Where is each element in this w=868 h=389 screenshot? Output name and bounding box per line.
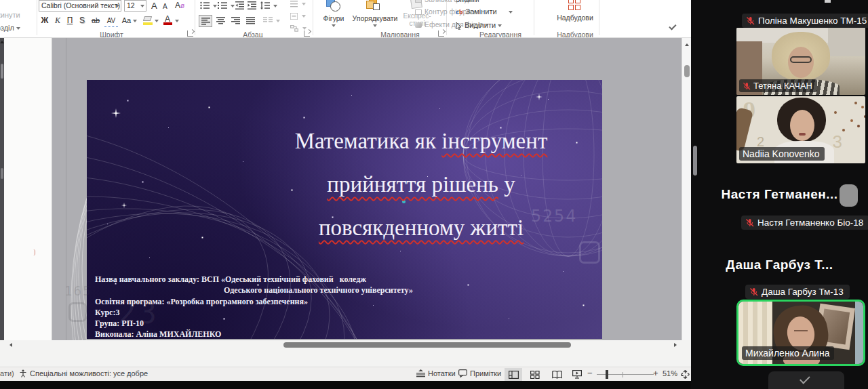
chevron-down-icon <box>140 5 144 7</box>
scrollbar-thumb[interactable] <box>684 65 690 77</box>
font-name-combo[interactable]: Calibri (Основний текст) <box>39 0 121 12</box>
zoom-level[interactable]: 51% <box>663 369 677 377</box>
chevron-down-icon <box>302 3 306 5</box>
decrease-indent-button[interactable] <box>235 1 244 9</box>
align-text-button[interactable] <box>290 13 298 20</box>
sidebar-scrollbar-thumb[interactable] <box>840 184 858 207</box>
group-separator <box>599 0 599 35</box>
clear-formatting-button[interactable]: Aø <box>175 1 184 10</box>
paragraph-dialog-launcher[interactable] <box>304 30 310 37</box>
font-dialog-launcher[interactable] <box>187 30 193 37</box>
misspelled-word: повсякденному житті <box>319 216 524 240</box>
chevron-down-icon <box>373 24 377 27</box>
participant-name-badge: Nadiia Konovenko <box>739 147 825 161</box>
zoom-slider-tick <box>623 372 623 377</box>
columns-button[interactable] <box>263 17 273 24</box>
active-speaker-tile[interactable]: Михайленко Алина <box>736 300 865 366</box>
chevron-down-icon <box>498 24 502 27</box>
text-direction-button[interactable] <box>290 1 298 7</box>
font-group-label: Шрифт <box>39 30 184 38</box>
highlight-color-button[interactable] <box>142 14 159 27</box>
scrollbar-thumb[interactable] <box>283 342 571 348</box>
numbering-button[interactable] <box>218 1 227 9</box>
underline-button[interactable]: П <box>65 14 75 27</box>
reset-slide-button[interactable]: Скинути <box>0 11 20 19</box>
align-left-button[interactable] <box>199 15 212 27</box>
notes-button[interactable]: Нотатки <box>416 369 456 377</box>
zoom-out-button[interactable]: − <box>587 368 593 378</box>
sparkle-decoration <box>121 203 127 208</box>
scroll-right-arrow[interactable] <box>674 343 677 347</box>
change-case-button[interactable]: Aa <box>121 14 138 27</box>
zoom-in-button[interactable]: + <box>653 368 658 378</box>
editing-canvas[interactable]: 165 <box>52 38 682 340</box>
fit-window-icon <box>681 370 690 379</box>
chevron-down-icon <box>276 20 280 22</box>
powerpoint-window: Скинути Розділ Calibri (Основний текст) … <box>0 0 691 381</box>
section-button[interactable]: Розділ <box>0 24 20 32</box>
sidebar-left-scrollbar-thumb[interactable] <box>693 146 697 176</box>
cutoff-tile-fragment <box>825 0 831 3</box>
slide-title[interactable]: Математика як інструмент прийняття рішен… <box>248 119 594 249</box>
increase-indent-button[interactable] <box>248 1 256 9</box>
scroll-left-arrow[interactable] <box>9 343 12 347</box>
align-right-button[interactable] <box>231 17 240 24</box>
scrollbar-thumb[interactable] <box>1 168 3 179</box>
wall-decorations <box>854 102 857 104</box>
bullets-button[interactable] <box>200 1 210 9</box>
justify-button[interactable] <box>246 17 255 24</box>
muted-mic-icon <box>743 82 751 90</box>
find-button[interactable]: Знайти <box>456 0 479 5</box>
chevron-down-icon <box>800 373 810 384</box>
meeting-sidebar: Поліна Макушенко ТМ-15 Тетяна КАЧАН <box>691 0 868 389</box>
misspelled-word: прийняття рішень <box>327 172 498 197</box>
text-shadow-button[interactable]: S <box>77 14 87 27</box>
character-spacing-button[interactable]: AV <box>104 14 118 27</box>
align-center-button[interactable] <box>216 17 225 24</box>
zoom-slider-thumb[interactable] <box>606 370 608 379</box>
group-separator <box>313 0 313 35</box>
eraser-icon: ø <box>180 2 184 9</box>
misspelled-word: інструмент <box>441 129 547 153</box>
participant-video-tile[interactable]: 9 2 3 Nadiia Konovenko <box>736 96 865 163</box>
line-spacing-button[interactable] <box>260 1 270 9</box>
scroll-up-arrow[interactable] <box>685 43 689 46</box>
highlighter-icon <box>143 16 152 21</box>
slide[interactable]: 5254 23 Математика як інструмент прийнят… <box>87 80 602 339</box>
shape-outline-icon <box>415 9 422 15</box>
ribbon: Скинути Розділ Calibri (Основний текст) … <box>0 0 691 38</box>
highlight-color-swatch <box>143 22 153 25</box>
reading-view-button[interactable] <box>548 368 566 381</box>
replace-button[interactable]: cbЗамінити <box>456 6 513 17</box>
italic-button[interactable]: К <box>53 14 62 27</box>
strikethrough-button[interactable]: ab <box>89 14 102 27</box>
convert-smartart-button[interactable] <box>290 25 298 32</box>
shrink-font-button[interactable]: A <box>163 3 167 10</box>
chevron-down-icon <box>16 27 20 30</box>
slide-sorter-view-button[interactable] <box>526 368 544 381</box>
bold-button[interactable]: Ж <box>39 14 50 27</box>
normal-view-button[interactable] <box>505 368 522 381</box>
comments-button[interactable]: Примітки <box>458 369 501 377</box>
title-line-2: прийняття рішень у <box>248 163 594 206</box>
accessibility-status[interactable]: Спеціальні можливості: усе добре <box>19 369 148 377</box>
grow-font-button[interactable]: A <box>151 1 157 11</box>
cursor-icon <box>456 22 462 30</box>
participant-video-tile[interactable]: Тетяна КАЧАН <box>736 28 865 95</box>
slide-info-block[interactable]: Назва навчального закладу: ВСП «Одеський… <box>95 274 529 339</box>
drawing-dialog-launcher[interactable] <box>438 30 444 37</box>
scrollbar-thumb[interactable] <box>1 64 3 79</box>
collapse-ribbon-button[interactable] <box>671 26 677 30</box>
chevron-down-icon <box>115 5 119 7</box>
slide-thumbnails-panel[interactable] <box>4 38 52 340</box>
font-color-button[interactable]: A <box>163 14 179 27</box>
select-button[interactable]: Виділити <box>456 20 502 30</box>
font-size-combo[interactable]: 12 <box>124 0 146 12</box>
notes-icon <box>416 369 425 377</box>
participant-name-badge: Даша Гарбуз Тм-13 <box>745 285 850 299</box>
status-bar: ати) Спеціальні можливості: усе добре Но… <box>0 367 691 381</box>
collapse-videos-button[interactable] <box>768 371 844 389</box>
slideshow-button[interactable] <box>568 368 586 381</box>
addins-icon <box>568 0 582 12</box>
vertical-scrollbar[interactable] <box>682 38 691 340</box>
